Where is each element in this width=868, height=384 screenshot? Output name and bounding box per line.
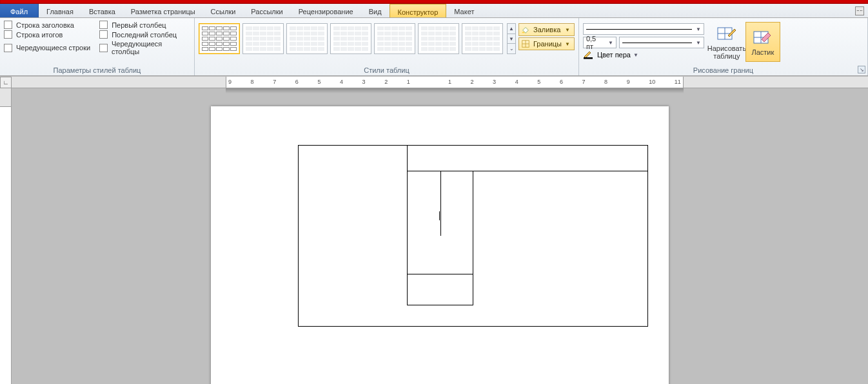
checkbox-icon xyxy=(99,21,108,29)
bucket-icon xyxy=(521,25,530,34)
table-style-thumb[interactable] xyxy=(418,23,459,54)
dialog-launcher-icon[interactable]: ↘ xyxy=(858,66,865,73)
table-style-gallery: ▲ ▼ ⌄ xyxy=(199,21,516,54)
checkbox-icon xyxy=(99,30,108,39)
tab-table-design[interactable]: Конструктор xyxy=(390,4,447,17)
combo-value: 0,5 пт xyxy=(586,35,604,50)
button-label: Границы xyxy=(533,40,562,48)
group-title: Стили таблиц xyxy=(199,66,575,75)
button-label: Нарисовать таблицу xyxy=(707,44,746,60)
eraser-button[interactable]: Ластик xyxy=(745,22,780,62)
draw-table-button[interactable]: Нарисовать таблицу xyxy=(709,22,744,62)
table-style-thumb[interactable] xyxy=(374,23,415,54)
check-total-row[interactable]: Строка итогов xyxy=(4,30,90,39)
page[interactable] xyxy=(211,106,669,384)
tab-references[interactable]: Ссылки xyxy=(203,4,244,17)
group-title: Параметры стилей таблиц xyxy=(4,66,190,75)
group-style-options: Строка заголовка Первый столбец Строка и… xyxy=(0,18,195,75)
check-label: Первый столбец xyxy=(112,21,166,29)
scroll-down-icon[interactable]: ▼ xyxy=(508,34,515,44)
tab-home[interactable]: Главная xyxy=(39,4,81,17)
text-cursor xyxy=(439,211,440,220)
line-style-combo[interactable]: ▼ xyxy=(583,23,704,35)
page-top-shadow xyxy=(226,88,684,93)
horizontal-ruler-area: ∟ 9876543211234567891011 xyxy=(0,77,868,88)
ribbon-tabs: Файл Главная Вставка Разметка страницы С… xyxy=(0,4,868,18)
document-area xyxy=(12,88,868,384)
check-last-column[interactable]: Последний столбец xyxy=(99,30,190,39)
table-style-thumb[interactable] xyxy=(286,23,328,54)
table-cell[interactable] xyxy=(407,146,647,171)
scroll-up-icon[interactable]: ▲ xyxy=(508,24,515,34)
chevron-down-icon: ▼ xyxy=(608,40,613,46)
line-weight-preview[interactable]: ▼ xyxy=(619,37,704,48)
check-label: Чередующиеся строки xyxy=(16,44,90,52)
minimize-ribbon-icon[interactable]: ᠁ xyxy=(855,6,864,15)
table-style-thumb[interactable] xyxy=(330,23,371,54)
table-style-thumb[interactable] xyxy=(462,23,503,54)
check-first-column[interactable]: Первый столбец xyxy=(99,21,190,29)
table[interactable] xyxy=(298,145,648,327)
check-label: Последний столбец xyxy=(112,31,177,39)
tab-selector-icon[interactable]: ∟ xyxy=(0,77,12,88)
svg-rect-0 xyxy=(522,32,525,34)
table-cell[interactable] xyxy=(407,171,473,274)
table-border xyxy=(440,171,441,236)
checkbox-icon xyxy=(4,21,12,29)
check-header-row[interactable]: Строка заголовка xyxy=(4,21,90,29)
vertical-ruler[interactable] xyxy=(0,88,12,384)
borders-button[interactable]: Границы ▼ xyxy=(518,37,575,50)
chevron-down-icon: ▼ xyxy=(696,40,701,46)
tab-table-layout[interactable]: Макет xyxy=(446,4,482,17)
check-banded-rows[interactable]: Чередующиеся строки xyxy=(4,40,90,55)
line-preview-icon xyxy=(622,43,692,43)
button-label: Ластик xyxy=(752,48,774,56)
table-cell[interactable] xyxy=(407,274,473,305)
svg-rect-4 xyxy=(584,57,593,59)
checkbox-icon xyxy=(4,30,12,39)
chevron-down-icon: ▼ xyxy=(565,41,570,47)
ribbon: Строка заголовка Первый столбец Строка и… xyxy=(0,18,868,76)
shading-button[interactable]: Заливка ▼ xyxy=(518,23,575,36)
check-label: Чередующиеся столбцы xyxy=(112,40,190,55)
checkbox-icon xyxy=(99,44,108,52)
tab-mailings[interactable]: Рассылки xyxy=(243,4,290,17)
checkbox-icon xyxy=(4,44,12,52)
table-style-thumb[interactable] xyxy=(199,23,240,54)
tab-view[interactable]: Вид xyxy=(361,4,390,17)
line-weight-combo[interactable]: 0,5 пт ▼ xyxy=(583,37,616,48)
horizontal-ruler[interactable]: 9876543211234567891011 xyxy=(12,77,868,88)
draw-table-icon xyxy=(716,25,737,43)
pen-color-icon xyxy=(583,50,595,59)
chevron-down-icon: ▼ xyxy=(565,27,570,33)
chevron-down-icon: ▼ xyxy=(633,52,638,58)
button-label: Заливка xyxy=(533,26,560,34)
eraser-icon xyxy=(753,29,773,47)
borders-icon xyxy=(521,39,530,48)
pen-color-button[interactable]: Цвет пера ▼ xyxy=(583,50,704,59)
line-preview-icon xyxy=(586,29,692,30)
gallery-scroll[interactable]: ▲ ▼ ⌄ xyxy=(507,23,516,54)
tab-page-layout[interactable]: Разметка страницы xyxy=(123,4,203,17)
button-label: Цвет пера xyxy=(597,51,631,59)
group-title: Рисование границ xyxy=(583,66,863,75)
group-draw-borders: ▼ 0,5 пт ▼ ▼ Цвет пера xyxy=(579,18,868,75)
check-label: Строка заголовка xyxy=(16,21,74,29)
chevron-down-icon: ▼ xyxy=(696,26,701,32)
gallery-expand-icon[interactable]: ⌄ xyxy=(508,44,515,53)
check-label: Строка итогов xyxy=(16,31,63,39)
group-table-styles: ▲ ▼ ⌄ Заливка ▼ Границы xyxy=(195,18,579,75)
table-style-thumb[interactable] xyxy=(242,23,284,54)
tab-file[interactable]: Файл xyxy=(0,4,39,17)
tab-review[interactable]: Рецензирование xyxy=(291,4,361,17)
check-banded-columns[interactable]: Чередующиеся столбцы xyxy=(99,40,190,55)
tab-insert[interactable]: Вставка xyxy=(81,4,123,17)
